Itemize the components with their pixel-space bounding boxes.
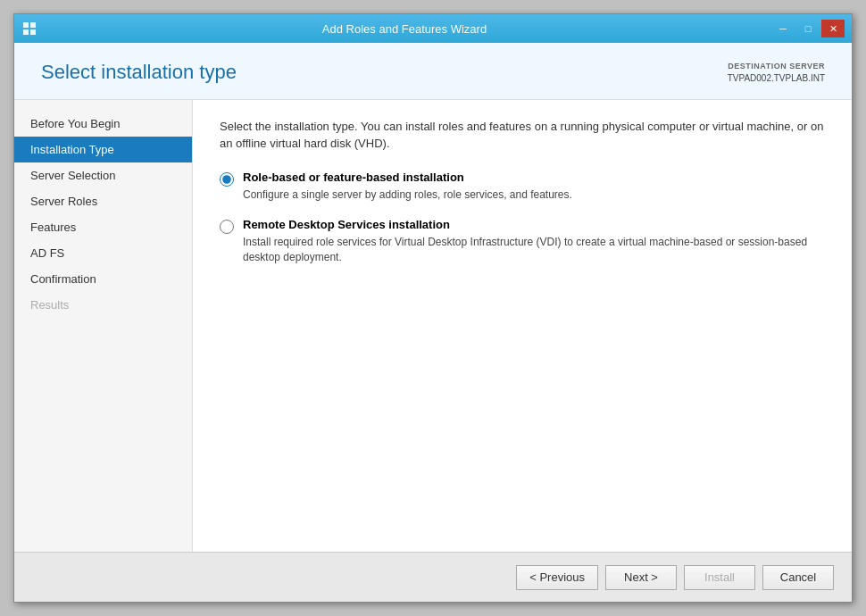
sidebar-item-results: Results <box>14 292 192 318</box>
page-title: Select installation type <box>41 61 237 84</box>
page-header: Select installation type DESTINATION SER… <box>14 43 852 100</box>
cancel-button[interactable]: Cancel <box>762 565 834 590</box>
install-button[interactable]: Install <box>684 565 755 590</box>
window-title: Add Roles and Features Wizard <box>37 22 771 36</box>
title-bar: Add Roles and Features Wizard ─ □ ✕ <box>14 14 852 43</box>
option-role-based: Role-based or feature-based installation… <box>220 171 825 203</box>
window-icon <box>21 21 37 37</box>
svg-rect-2 <box>23 29 29 35</box>
sidebar-item-ad-fs[interactable]: AD FS <box>14 240 192 266</box>
option-role-based-text: Role-based or feature-based installation… <box>243 171 572 203</box>
maximize-button[interactable]: □ <box>796 20 820 37</box>
radio-role-based[interactable] <box>220 172 234 187</box>
sidebar-item-before-you-begin[interactable]: Before You Begin <box>14 111 192 137</box>
window-controls: ─ □ ✕ <box>771 20 845 37</box>
destination-label: DESTINATION SERVER <box>728 61 825 72</box>
next-button[interactable]: Next > <box>605 565 677 590</box>
option-role-based-label: Role-based or feature-based installation <box>243 171 572 184</box>
sidebar-item-installation-type[interactable]: Installation Type <box>14 137 192 162</box>
destination-server: TVPAD002.TVPLAB.INT <box>728 72 825 85</box>
option-remote-desktop-text: Remote Desktop Services installation Ins… <box>243 218 825 265</box>
option-remote-desktop-label: Remote Desktop Services installation <box>243 218 825 231</box>
destination-info: DESTINATION SERVER TVPAD002.TVPLAB.INT <box>728 61 825 85</box>
content-area: Select installation type DESTINATION SER… <box>14 43 852 552</box>
previous-button[interactable]: < Previous <box>516 565 598 590</box>
description-text: Select the installation type. You can in… <box>220 118 825 153</box>
sidebar-item-server-roles[interactable]: Server Roles <box>14 188 192 214</box>
radio-remote-desktop[interactable] <box>220 220 234 234</box>
close-button[interactable]: ✕ <box>821 20 845 37</box>
content-panel: Select the installation type. You can in… <box>193 100 852 552</box>
svg-rect-1 <box>30 22 36 28</box>
minimize-button[interactable]: ─ <box>771 20 795 37</box>
wizard-window: Add Roles and Features Wizard ─ □ ✕ Sele… <box>13 13 853 603</box>
option-remote-desktop-desc: Install required role services for Virtu… <box>243 235 825 265</box>
main-body: Before You Begin Installation Type Serve… <box>14 100 852 552</box>
sidebar: Before You Begin Installation Type Serve… <box>14 100 193 552</box>
option-role-based-desc: Configure a single server by adding role… <box>243 187 572 203</box>
sidebar-item-features[interactable]: Features <box>14 214 192 240</box>
sidebar-item-server-selection[interactable]: Server Selection <box>14 162 192 188</box>
sidebar-item-confirmation[interactable]: Confirmation <box>14 266 192 292</box>
option-remote-desktop: Remote Desktop Services installation Ins… <box>220 218 825 265</box>
svg-rect-0 <box>23 22 29 28</box>
svg-rect-3 <box>30 29 36 35</box>
footer: < Previous Next > Install Cancel <box>14 552 852 602</box>
